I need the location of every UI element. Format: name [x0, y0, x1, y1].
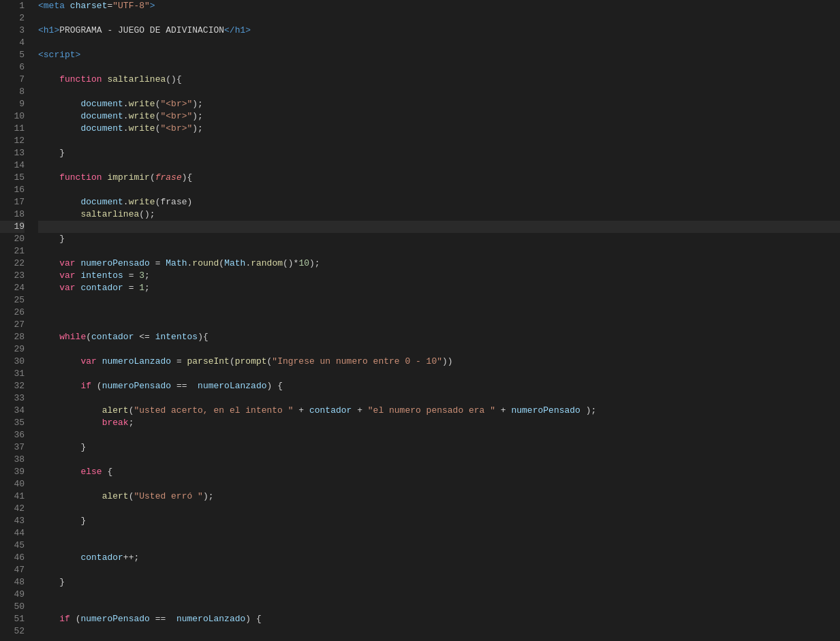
ln-27: 27: [0, 319, 25, 331]
ln-41: 41: [0, 490, 25, 503]
ln-35: 35: [0, 417, 25, 429]
code-line-8: [38, 86, 840, 98]
code-line-13: }: [38, 147, 840, 159]
ln-9: 9: [0, 98, 25, 110]
code-line-21: [38, 245, 840, 257]
ln-25: 25: [0, 294, 25, 307]
ln-50: 50: [0, 601, 25, 613]
line-number-gutter: 1 2 3 4 5 6 7 8 9 10 11 12 13 14 15 16 1…: [0, 0, 33, 641]
ln-40: 40: [0, 478, 25, 490]
code-line-9: document.write("<br>");: [38, 98, 840, 110]
code-line-11: document.write("<br>");: [38, 123, 840, 135]
code-editor: 1 2 3 4 5 6 7 8 9 10 11 12 13 14 15 16 1…: [0, 0, 840, 641]
code-line-23: var intentos = 3;: [38, 270, 840, 282]
ln-32: 32: [0, 380, 25, 392]
ln-36: 36: [0, 429, 25, 441]
ln-3: 3: [0, 25, 25, 37]
code-content[interactable]: <meta charset="UTF-8"> <h1>PROGRAMA - JU…: [33, 0, 840, 641]
code-line-10: document.write("<br>");: [38, 110, 840, 123]
ln-17: 17: [0, 196, 25, 208]
ln-37: 37: [0, 441, 25, 454]
ln-30: 30: [0, 356, 25, 368]
ln-20: 20: [0, 233, 25, 245]
ln-39: 39: [0, 466, 25, 478]
code-line-14: [38, 159, 840, 172]
ln-15: 15: [0, 172, 25, 184]
code-line-27: [38, 319, 840, 331]
code-line-4: [38, 37, 840, 49]
code-line-38: [38, 454, 840, 466]
code-line-17: document.write(frase): [38, 196, 840, 208]
code-line-20: }: [38, 233, 840, 245]
ln-5: 5: [0, 49, 25, 61]
code-line-33: [38, 392, 840, 405]
code-line-22: var numeroPensado = Math.round(Math.rand…: [38, 257, 840, 270]
ln-34: 34: [0, 405, 25, 417]
ln-14: 14: [0, 159, 25, 172]
ln-38: 38: [0, 454, 25, 466]
code-line-29: [38, 343, 840, 356]
ln-45: 45: [0, 540, 25, 552]
ln-16: 16: [0, 184, 25, 196]
ln-23: 23: [0, 270, 25, 282]
ln-1: 1: [0, 0, 25, 12]
code-line-19: [38, 221, 840, 233]
ln-26: 26: [0, 307, 25, 319]
ln-7: 7: [0, 74, 25, 86]
ln-29: 29: [0, 343, 25, 356]
ln-11: 11: [0, 123, 25, 135]
ln-18: 18: [0, 208, 25, 221]
ln-47: 47: [0, 564, 25, 576]
code-line-25: [38, 294, 840, 307]
code-line-51: if (numeroPensado == numeroLanzado) {: [38, 613, 840, 625]
code-line-39: else {: [38, 466, 840, 478]
ln-31: 31: [0, 368, 25, 380]
ln-49: 49: [0, 589, 25, 601]
code-line-5: <script>: [38, 49, 840, 61]
code-line-6: [38, 61, 840, 74]
code-line-28: while(contador <= intentos){: [38, 331, 840, 343]
ln-48: 48: [0, 576, 25, 589]
code-line-18: saltarlinea();: [38, 208, 840, 221]
code-line-36: [38, 429, 840, 441]
code-line-48: }: [38, 576, 840, 589]
code-line-32: if (numeroPensado == numeroLanzado) {: [38, 380, 840, 392]
code-line-35: break;: [38, 417, 840, 429]
code-line-42: [38, 503, 840, 515]
code-line-15: function imprimir(frase){: [38, 172, 840, 184]
ln-44: 44: [0, 527, 25, 540]
ln-52: 52: [0, 625, 25, 638]
ln-22: 22: [0, 257, 25, 270]
code-line-45: [38, 540, 840, 552]
ln-28: 28: [0, 331, 25, 343]
ln-51: 51: [0, 613, 25, 625]
code-line-3: <h1>PROGRAMA - JUEGO DE ADIVINACION</h1>: [38, 25, 840, 37]
code-line-7: function saltarlinea(){: [38, 74, 840, 86]
code-line-49: [38, 589, 840, 601]
code-line-46: contador++;: [38, 552, 840, 564]
code-line-50: [38, 601, 840, 613]
code-line-47: [38, 564, 840, 576]
code-line-52: [38, 625, 840, 638]
code-line-30: var numeroLanzado = parseInt(prompt("Ing…: [38, 356, 840, 368]
ln-13: 13: [0, 147, 25, 159]
ln-21: 21: [0, 245, 25, 257]
code-line-12: [38, 135, 840, 147]
ln-46: 46: [0, 552, 25, 564]
code-line-16: [38, 184, 840, 196]
code-line-24: var contador = 1;: [38, 282, 840, 294]
ln-8: 8: [0, 86, 25, 98]
ln-33: 33: [0, 392, 25, 405]
code-line-31: [38, 368, 840, 380]
ln-24: 24: [0, 282, 25, 294]
code-line-2: [38, 12, 840, 25]
ln-4: 4: [0, 37, 25, 49]
code-line-37: }: [38, 441, 840, 454]
code-line-41: alert("Usted erró ");: [38, 490, 840, 503]
ln-2: 2: [0, 12, 25, 25]
code-line-1: <meta charset="UTF-8">: [38, 0, 840, 12]
ln-43: 43: [0, 515, 25, 527]
code-line-43: }: [38, 515, 840, 527]
code-line-26: [38, 307, 840, 319]
code-line-44: [38, 527, 840, 540]
